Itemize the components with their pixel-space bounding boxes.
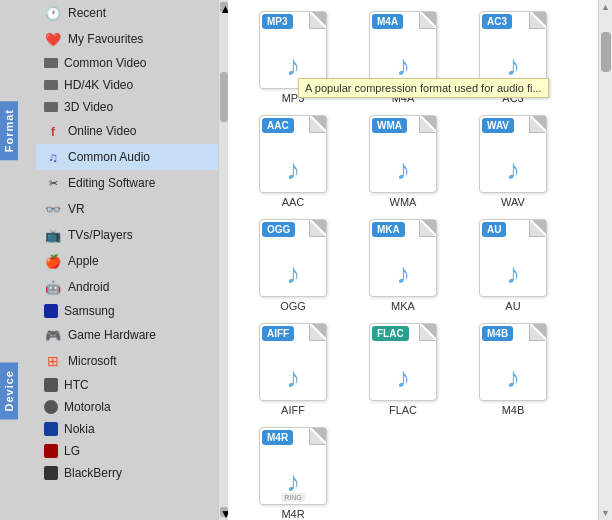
sidebar-scrollbar[interactable]: ▲ ▼: [218, 0, 228, 520]
sidebar-item-game-hardware[interactable]: 🎮 Game Hardware: [36, 322, 218, 348]
format-item-m4r[interactable]: M4R ♪ RING M4R: [238, 426, 348, 520]
sidebar-item-common-video[interactable]: Common Video: [36, 52, 218, 74]
format-item-flac[interactable]: FLAC ♪ FLAC: [348, 322, 458, 416]
format-item-au[interactable]: AU ♪ AU: [458, 218, 568, 312]
sidebar: Format Device 🕐 Recent ❤️ My Favourites …: [0, 0, 228, 520]
device-tab[interactable]: Device: [0, 362, 18, 419]
sidebar-item-htc[interactable]: HTC: [36, 374, 218, 396]
ogg-label: OGG: [280, 300, 306, 312]
sidebar-item-editing-software[interactable]: ✂ Editing Software: [36, 170, 218, 196]
flac-label: FLAC: [389, 404, 417, 416]
m4r-icon-wrap: M4R ♪ RING: [253, 426, 333, 506]
scrollbar-up-arrow[interactable]: ▲: [220, 2, 228, 12]
sidebar-item-android[interactable]: 🤖 Android: [36, 274, 218, 300]
mp3-tooltip: A popular compression format used for au…: [298, 78, 549, 98]
sidebar-item-common-audio[interactable]: ♫ Common Audio: [36, 144, 218, 170]
editing-icon: ✂: [44, 174, 62, 192]
sidebar-item-favourites[interactable]: ❤️ My Favourites: [36, 26, 218, 52]
sidebar-item-tvs-players[interactable]: 📺 TVs/Players: [36, 222, 218, 248]
au-label: AU: [505, 300, 520, 312]
aac-icon-wrap: AAC ♪: [253, 114, 333, 194]
main-scrollbar[interactable]: ▲ ▼: [598, 0, 612, 520]
aiff-badge: AIFF: [262, 326, 294, 341]
m4b-music-note: ♪: [506, 362, 520, 394]
mka-label: MKA: [391, 300, 415, 312]
format-tab[interactable]: Format: [0, 101, 18, 160]
sidebar-item-label: Apple: [68, 254, 99, 268]
aac-file-icon: AAC ♪: [259, 115, 327, 193]
nokia-icon: [44, 422, 58, 436]
sidebar-item-label: Game Hardware: [68, 328, 156, 342]
samsung-icon: [44, 304, 58, 318]
scrollbar-down-arrow[interactable]: ▼: [220, 507, 228, 517]
3d-icon: [44, 102, 58, 112]
ring-label: RING: [281, 493, 305, 502]
m4r-label: M4R: [281, 508, 304, 520]
sidebar-item-label: Nokia: [64, 422, 95, 436]
format-item-ogg[interactable]: OGG ♪ OGG: [238, 218, 348, 312]
scroll-down-arrow[interactable]: ▼: [601, 508, 610, 518]
sidebar-item-label: HD/4K Video: [64, 78, 133, 92]
sidebar-item-label: Common Audio: [68, 150, 150, 164]
sidebar-item-recent[interactable]: 🕐 Recent: [36, 0, 218, 26]
sidebar-item-vr[interactable]: 👓 VR: [36, 196, 218, 222]
lg-icon: [44, 444, 58, 458]
ac3-badge: AC3: [482, 14, 512, 29]
aac-label: AAC: [282, 196, 305, 208]
format-item-m4b[interactable]: M4B ♪ M4B: [458, 322, 568, 416]
au-music-note: ♪: [506, 258, 520, 290]
sidebar-item-lg[interactable]: LG: [36, 440, 218, 462]
blackberry-icon: [44, 466, 58, 480]
sidebar-item-blackberry[interactable]: BlackBerry: [36, 462, 218, 484]
sidebar-item-label: Common Video: [64, 56, 147, 70]
mp3-badge: MP3: [262, 14, 293, 29]
recent-icon: 🕐: [44, 4, 62, 22]
wma-label: WMA: [390, 196, 417, 208]
aac-badge: AAC: [262, 118, 294, 133]
wma-icon-wrap: WMA ♪: [363, 114, 443, 194]
au-badge: AU: [482, 222, 506, 237]
m4r-badge: M4R: [262, 430, 293, 445]
format-item-mka[interactable]: MKA ♪ MKA: [348, 218, 458, 312]
flac-icon-wrap: FLAC ♪: [363, 322, 443, 402]
wav-label: WAV: [501, 196, 525, 208]
m4b-badge: M4B: [482, 326, 513, 341]
sidebar-item-apple[interactable]: 🍎 Apple: [36, 248, 218, 274]
sidebar-item-label: Microsoft: [68, 354, 117, 368]
format-item-aiff[interactable]: AIFF ♪ AIFF: [238, 322, 348, 416]
sidebar-item-nokia[interactable]: Nokia: [36, 418, 218, 440]
tv-icon: 📺: [44, 226, 62, 244]
tabs-column: Format Device: [0, 0, 18, 520]
m4b-label: M4B: [502, 404, 525, 416]
ogg-file-icon: OGG ♪: [259, 219, 327, 297]
sidebar-item-3d-video[interactable]: 3D Video: [36, 96, 218, 118]
ogg-badge: OGG: [262, 222, 295, 237]
ogg-music-note: ♪: [286, 258, 300, 290]
flac-badge: FLAC: [372, 326, 409, 341]
sidebar-item-label: Editing Software: [68, 176, 155, 190]
sidebar-scrollbar-thumb[interactable]: [220, 72, 228, 122]
format-item-wav[interactable]: WAV ♪ WAV: [458, 114, 568, 208]
format-item-mp3[interactable]: MP3 ♪ A popular compression format used …: [238, 10, 348, 104]
aiff-icon-wrap: AIFF ♪: [253, 322, 333, 402]
htc-icon: [44, 378, 58, 392]
format-item-wma[interactable]: WMA ♪ WMA: [348, 114, 458, 208]
au-icon-wrap: AU ♪: [473, 218, 553, 298]
sidebar-item-label: TVs/Players: [68, 228, 133, 242]
au-file-icon: AU ♪: [479, 219, 547, 297]
sidebar-item-samsung[interactable]: Samsung: [36, 300, 218, 322]
wav-music-note: ♪: [506, 154, 520, 186]
sidebar-item-hd-video[interactable]: HD/4K Video: [36, 74, 218, 96]
audio-icon: ♫: [44, 148, 62, 166]
wma-file-icon: WMA ♪: [369, 115, 437, 193]
sidebar-list: 🕐 Recent ❤️ My Favourites Common Video H…: [36, 0, 218, 520]
format-item-aac[interactable]: AAC ♪ AAC: [238, 114, 348, 208]
sidebar-item-online-video[interactable]: f Online Video: [36, 118, 218, 144]
hd-icon: [44, 80, 58, 90]
scroll-up-arrow[interactable]: ▲: [601, 2, 610, 12]
sidebar-item-microsoft[interactable]: ⊞ Microsoft: [36, 348, 218, 374]
sidebar-item-label: 3D Video: [64, 100, 113, 114]
main-scrollbar-thumb[interactable]: [601, 32, 611, 72]
sidebar-item-motorola[interactable]: Motorola: [36, 396, 218, 418]
m4b-icon-wrap: M4B ♪: [473, 322, 553, 402]
